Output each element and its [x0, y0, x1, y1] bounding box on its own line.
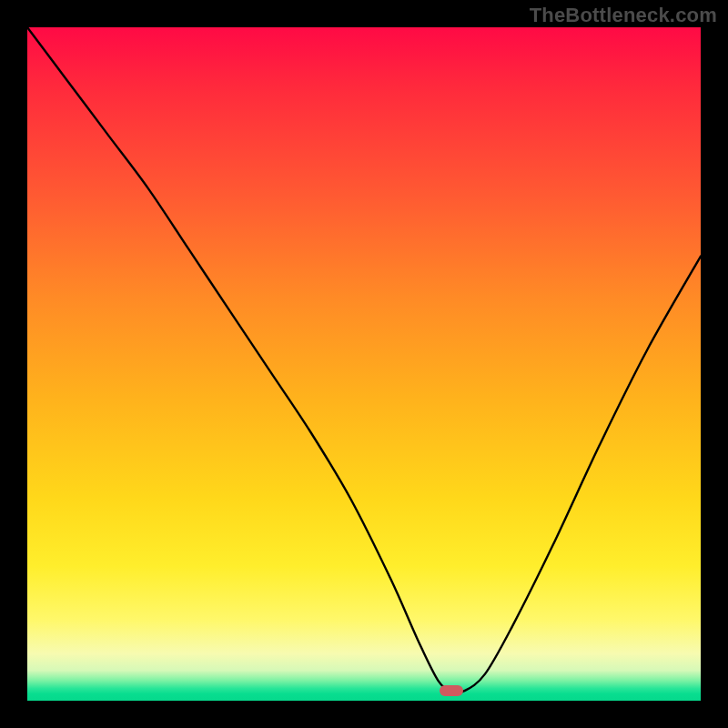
chart-frame: TheBottleneck.com [0, 0, 728, 728]
plot-area [27, 27, 701, 701]
bottleneck-curve [27, 27, 701, 693]
curve-svg [27, 27, 701, 701]
optimal-marker [440, 685, 463, 696]
watermark-text: TheBottleneck.com [530, 4, 717, 27]
